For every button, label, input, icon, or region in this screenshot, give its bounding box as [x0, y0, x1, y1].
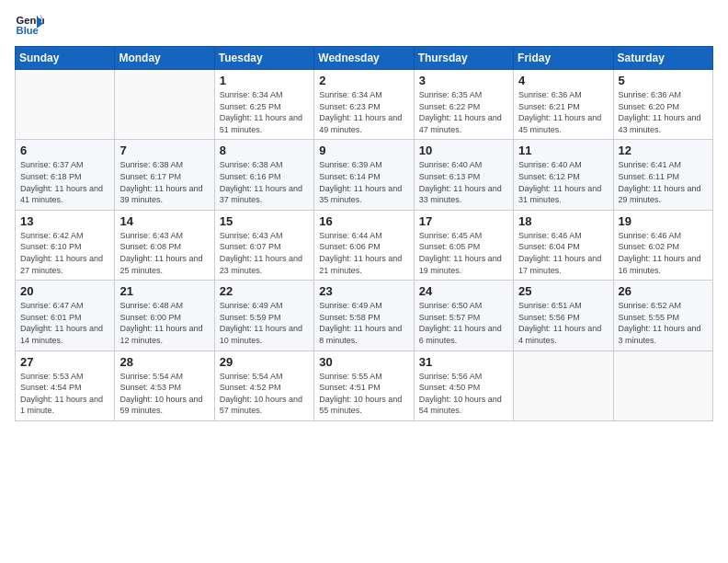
day-cell: 28Sunrise: 5:54 AMSunset: 4:53 PMDayligh… — [115, 350, 214, 420]
day-cell: 10Sunrise: 6:40 AMSunset: 6:13 PMDayligh… — [414, 140, 513, 210]
weekday-header-thursday: Thursday — [414, 47, 513, 70]
calendar-table: SundayMondayTuesdayWednesdayThursdayFrid… — [15, 46, 713, 421]
day-number: 26 — [619, 284, 708, 298]
day-cell: 30Sunrise: 5:55 AMSunset: 4:51 PMDayligh… — [314, 350, 414, 420]
day-info: Sunrise: 6:38 AMSunset: 6:17 PMDaylight:… — [119, 159, 209, 205]
weekday-header-monday: Monday — [115, 47, 214, 70]
weekday-header-sunday: Sunday — [16, 47, 115, 70]
day-number: 5 — [619, 74, 708, 87]
day-cell: 24Sunrise: 6:50 AMSunset: 5:57 PMDayligh… — [414, 281, 513, 350]
day-info: Sunrise: 6:39 AMSunset: 6:14 PMDaylight:… — [319, 159, 408, 205]
day-number: 10 — [419, 144, 508, 157]
day-info: Sunrise: 5:54 AMSunset: 4:52 PMDaylight:… — [220, 371, 309, 417]
day-number: 12 — [619, 144, 708, 157]
day-info: Sunrise: 5:54 AMSunset: 4:53 PMDaylight:… — [119, 371, 209, 417]
day-number: 2 — [319, 74, 408, 87]
svg-text:Blue: Blue — [17, 25, 39, 36]
day-number: 20 — [20, 284, 109, 298]
day-number: 24 — [419, 284, 508, 298]
week-row-1: 1Sunrise: 6:34 AMSunset: 6:25 PMDaylight… — [16, 70, 713, 140]
day-info: Sunrise: 5:55 AMSunset: 4:51 PMDaylight:… — [319, 371, 408, 417]
day-number: 29 — [220, 355, 309, 369]
day-cell: 8Sunrise: 6:38 AMSunset: 6:16 PMDaylight… — [214, 140, 313, 210]
day-cell: 14Sunrise: 6:43 AMSunset: 6:08 PMDayligh… — [115, 210, 214, 280]
day-cell — [115, 70, 214, 140]
day-info: Sunrise: 6:50 AMSunset: 5:57 PMDaylight:… — [419, 300, 508, 346]
day-cell — [613, 350, 712, 420]
week-row-5: 27Sunrise: 5:53 AMSunset: 4:54 PMDayligh… — [16, 350, 713, 420]
day-info: Sunrise: 6:36 AMSunset: 6:21 PMDaylight:… — [518, 89, 608, 135]
day-info: Sunrise: 6:52 AMSunset: 5:55 PMDaylight:… — [619, 300, 708, 346]
week-row-2: 6Sunrise: 6:37 AMSunset: 6:18 PMDaylight… — [16, 140, 713, 210]
week-row-3: 13Sunrise: 6:42 AMSunset: 6:10 PMDayligh… — [16, 210, 713, 280]
day-info: Sunrise: 6:40 AMSunset: 6:12 PMDaylight:… — [518, 159, 608, 205]
header: General Blue — [15, 9, 713, 39]
day-info: Sunrise: 6:44 AMSunset: 6:06 PMDaylight:… — [319, 230, 408, 276]
day-info: Sunrise: 6:36 AMSunset: 6:20 PMDaylight:… — [619, 89, 708, 135]
day-info: Sunrise: 6:35 AMSunset: 6:22 PMDaylight:… — [419, 89, 508, 135]
day-number: 15 — [220, 214, 309, 228]
day-cell: 3Sunrise: 6:35 AMSunset: 6:22 PMDaylight… — [414, 70, 513, 140]
day-info: Sunrise: 5:53 AMSunset: 4:54 PMDaylight:… — [20, 371, 109, 417]
day-number: 3 — [419, 74, 508, 87]
day-cell: 7Sunrise: 6:38 AMSunset: 6:17 PMDaylight… — [115, 140, 214, 210]
day-info: Sunrise: 6:51 AMSunset: 5:56 PMDaylight:… — [518, 300, 608, 346]
day-number: 31 — [419, 355, 508, 369]
day-cell: 6Sunrise: 6:37 AMSunset: 6:18 PMDaylight… — [16, 140, 115, 210]
day-info: Sunrise: 6:43 AMSunset: 6:07 PMDaylight:… — [220, 230, 309, 276]
day-number: 6 — [20, 144, 109, 157]
day-cell: 16Sunrise: 6:44 AMSunset: 6:06 PMDayligh… — [314, 210, 414, 280]
day-cell: 5Sunrise: 6:36 AMSunset: 6:20 PMDaylight… — [613, 70, 712, 140]
day-info: Sunrise: 6:46 AMSunset: 6:04 PMDaylight:… — [518, 230, 608, 276]
day-info: Sunrise: 5:56 AMSunset: 4:50 PMDaylight:… — [419, 371, 508, 417]
day-cell: 26Sunrise: 6:52 AMSunset: 5:55 PMDayligh… — [613, 281, 712, 350]
day-cell: 31Sunrise: 5:56 AMSunset: 4:50 PMDayligh… — [414, 350, 513, 420]
day-info: Sunrise: 6:49 AMSunset: 5:59 PMDaylight:… — [220, 300, 309, 346]
weekday-header-saturday: Saturday — [613, 47, 712, 70]
day-cell: 29Sunrise: 5:54 AMSunset: 4:52 PMDayligh… — [214, 350, 313, 420]
day-number: 27 — [20, 355, 109, 369]
logo-icon: General Blue — [15, 9, 44, 39]
day-cell: 19Sunrise: 6:46 AMSunset: 6:02 PMDayligh… — [613, 210, 712, 280]
day-cell — [514, 350, 613, 420]
day-number: 14 — [119, 214, 209, 228]
day-info: Sunrise: 6:41 AMSunset: 6:11 PMDaylight:… — [619, 159, 708, 205]
day-number: 9 — [319, 144, 408, 157]
day-info: Sunrise: 6:34 AMSunset: 6:23 PMDaylight:… — [319, 89, 408, 135]
day-info: Sunrise: 6:40 AMSunset: 6:13 PMDaylight:… — [419, 159, 508, 205]
day-cell: 18Sunrise: 6:46 AMSunset: 6:04 PMDayligh… — [514, 210, 613, 280]
day-cell: 27Sunrise: 5:53 AMSunset: 4:54 PMDayligh… — [16, 350, 115, 420]
logo: General Blue — [15, 9, 48, 39]
day-info: Sunrise: 6:47 AMSunset: 6:01 PMDaylight:… — [20, 300, 109, 346]
calendar-page: General Blue SundayMondayTuesdayWednesda… — [0, 0, 728, 563]
day-cell: 21Sunrise: 6:48 AMSunset: 6:00 PMDayligh… — [115, 281, 214, 350]
day-cell: 9Sunrise: 6:39 AMSunset: 6:14 PMDaylight… — [314, 140, 414, 210]
day-number: 16 — [319, 214, 408, 228]
day-cell: 2Sunrise: 6:34 AMSunset: 6:23 PMDaylight… — [314, 70, 414, 140]
day-info: Sunrise: 6:46 AMSunset: 6:02 PMDaylight:… — [619, 230, 708, 276]
day-number: 13 — [20, 214, 109, 228]
day-number: 19 — [619, 214, 708, 228]
day-cell: 4Sunrise: 6:36 AMSunset: 6:21 PMDaylight… — [514, 70, 613, 140]
day-number: 4 — [518, 74, 608, 87]
day-number: 28 — [119, 355, 209, 369]
day-number: 17 — [419, 214, 508, 228]
day-cell: 25Sunrise: 6:51 AMSunset: 5:56 PMDayligh… — [514, 281, 613, 350]
day-number: 23 — [319, 284, 408, 298]
day-number: 30 — [319, 355, 408, 369]
day-info: Sunrise: 6:37 AMSunset: 6:18 PMDaylight:… — [20, 159, 109, 205]
day-info: Sunrise: 6:34 AMSunset: 6:25 PMDaylight:… — [220, 89, 309, 135]
day-cell: 13Sunrise: 6:42 AMSunset: 6:10 PMDayligh… — [16, 210, 115, 280]
day-cell: 12Sunrise: 6:41 AMSunset: 6:11 PMDayligh… — [613, 140, 712, 210]
day-info: Sunrise: 6:38 AMSunset: 6:16 PMDaylight:… — [220, 159, 309, 205]
day-number: 18 — [518, 214, 608, 228]
day-cell: 11Sunrise: 6:40 AMSunset: 6:12 PMDayligh… — [514, 140, 613, 210]
weekday-header-row: SundayMondayTuesdayWednesdayThursdayFrid… — [16, 47, 713, 70]
day-info: Sunrise: 6:49 AMSunset: 5:58 PMDaylight:… — [319, 300, 408, 346]
day-cell: 15Sunrise: 6:43 AMSunset: 6:07 PMDayligh… — [214, 210, 313, 280]
day-info: Sunrise: 6:42 AMSunset: 6:10 PMDaylight:… — [20, 230, 109, 276]
day-number: 25 — [518, 284, 608, 298]
weekday-header-friday: Friday — [514, 47, 613, 70]
day-number: 21 — [119, 284, 209, 298]
day-cell: 17Sunrise: 6:45 AMSunset: 6:05 PMDayligh… — [414, 210, 513, 280]
